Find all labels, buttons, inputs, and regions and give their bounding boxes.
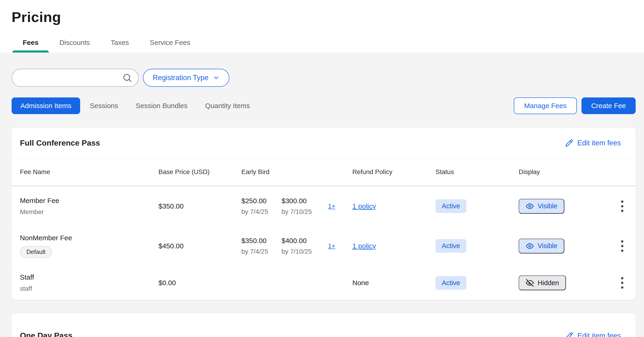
kebab-icon [621, 276, 624, 289]
search-box[interactable] [12, 69, 139, 87]
search-input[interactable] [20, 74, 122, 82]
column-early-bird: Early Bird [242, 168, 352, 176]
kebab-icon [621, 200, 624, 213]
early-bird-price: $400.00 [282, 237, 312, 245]
refund-policy-text: None [352, 279, 369, 287]
early-bird-date: by 7/10/25 [282, 208, 312, 216]
early-bird-date: by 7/10/25 [282, 248, 312, 255]
early-bird-date: by 7/4/25 [242, 248, 268, 255]
pencil-icon [565, 139, 573, 147]
table-row: Member Fee Member $350.00 $250.00 by 7/4… [12, 186, 636, 226]
status-badge: Active [436, 239, 466, 253]
fee-name-cell: Member Fee Member [20, 197, 158, 216]
display-label: Visible [538, 242, 557, 250]
default-badge: Default [20, 246, 52, 258]
early-bird-price: $300.00 [282, 197, 312, 205]
row-actions-menu-button[interactable] [615, 237, 629, 255]
edit-item-fees-label: Edit item fees [577, 332, 621, 337]
display-label: Hidden [538, 279, 559, 287]
edit-item-fees-link[interactable]: Edit item fees [565, 332, 621, 337]
fee-name-cell: Staff staff [20, 273, 158, 292]
display-toggle-hidden[interactable]: Hidden [519, 276, 566, 290]
filter-row: Registration Type [12, 69, 636, 87]
content-area: Registration Type Admission Items Sessio… [0, 52, 644, 337]
refund-policy-link[interactable]: 1 policy [352, 202, 376, 210]
early-bird-more-link[interactable]: 1+ [328, 242, 336, 250]
segment-admission-items[interactable]: Admission Items [12, 97, 80, 114]
status-badge: Active [436, 276, 466, 290]
display-toggle-visible[interactable]: Visible [519, 239, 564, 254]
card-header: One Day Pass Edit item fees [12, 313, 636, 337]
segment-quantity-items[interactable]: Quantity Items [197, 97, 258, 114]
tab-service-fees[interactable]: Service Fees [139, 39, 200, 52]
row-actions-menu-button[interactable] [615, 274, 629, 292]
early-bird-date: by 7/4/25 [242, 208, 268, 216]
tab-fees[interactable]: Fees [12, 39, 49, 52]
status-badge: Active [436, 199, 466, 213]
column-display: Display [519, 168, 615, 176]
early-bird-tier: $300.00 by 7/10/25 [282, 197, 312, 216]
early-bird-tier: $400.00 by 7/10/25 [282, 237, 312, 255]
row-actions-menu-button[interactable] [615, 197, 629, 216]
eye-icon [526, 242, 534, 250]
segment-toolbar: Admission Items Sessions Session Bundles… [12, 97, 636, 114]
tab-discounts[interactable]: Discounts [49, 39, 100, 52]
fee-name: NonMember Fee [20, 234, 158, 242]
fee-item-card-one-day-pass: One Day Pass Edit item fees [12, 313, 636, 337]
display-toggle-visible[interactable]: Visible [519, 199, 564, 214]
page-title: Pricing [12, 9, 632, 25]
chevron-down-icon [213, 74, 220, 81]
page-header: Pricing Fees Discounts Taxes Service Fee… [0, 0, 644, 52]
pencil-icon [565, 332, 573, 337]
kebab-icon [621, 240, 624, 253]
card-title: One Day Pass [20, 331, 72, 337]
early-bird-cell: $350.00 by 7/4/25 $400.00 by 7/10/25 1+ [242, 237, 352, 255]
early-bird-tier: $250.00 by 7/4/25 [242, 197, 268, 216]
manage-fees-button[interactable]: Manage Fees [514, 97, 576, 114]
card-title: Full Conference Pass [20, 138, 100, 147]
item-type-tabs: Admission Items Sessions Session Bundles… [12, 97, 514, 114]
main-tab-bar: Fees Discounts Taxes Service Fees [12, 39, 632, 52]
segment-session-bundles[interactable]: Session Bundles [128, 97, 195, 114]
early-bird-price: $250.00 [242, 197, 268, 205]
early-bird-cell: $250.00 by 7/4/25 $300.00 by 7/10/25 1+ [242, 197, 352, 216]
registration-type-label: Registration Type [153, 74, 208, 82]
column-fee-name: Fee Name [20, 168, 158, 176]
eye-icon [526, 202, 534, 210]
card-header: Full Conference Pass Edit item fees [12, 128, 636, 159]
segment-sessions[interactable]: Sessions [82, 97, 126, 114]
edit-item-fees-label: Edit item fees [577, 139, 621, 147]
base-price: $350.00 [158, 202, 242, 210]
toolbar-actions: Manage Fees Create Fee [514, 97, 636, 114]
column-refund-policy: Refund Policy [352, 168, 436, 176]
base-price: $0.00 [158, 279, 242, 287]
fee-name-cell: NonMember Fee Default [20, 234, 158, 258]
table-row: Staff staff $0.00 None Active Hidden [12, 266, 636, 300]
fee-name: Staff [20, 273, 158, 281]
refund-policy-link[interactable]: 1 policy [352, 242, 376, 250]
early-bird-tier: $350.00 by 7/4/25 [242, 237, 268, 255]
fee-name: Member Fee [20, 197, 158, 205]
create-fee-button[interactable]: Create Fee [582, 97, 636, 114]
tab-taxes[interactable]: Taxes [100, 39, 139, 52]
base-price: $450.00 [158, 242, 242, 250]
search-icon [122, 73, 132, 83]
early-bird-more-link[interactable]: 1+ [328, 203, 336, 210]
table-header-row: Fee Name Base Price (USD) Early Bird Ref… [12, 159, 636, 186]
registration-type-dropdown[interactable]: Registration Type [143, 69, 229, 87]
fee-item-card-full-conference-pass: Full Conference Pass Edit item fees Fee … [12, 128, 636, 300]
table-row: NonMember Fee Default $450.00 $350.00 by… [12, 226, 636, 266]
fee-subtitle: Member [20, 208, 158, 216]
column-status: Status [436, 168, 519, 176]
eye-off-icon [526, 279, 534, 287]
display-label: Visible [538, 202, 557, 210]
edit-item-fees-link[interactable]: Edit item fees [565, 139, 621, 147]
early-bird-price: $350.00 [242, 237, 268, 245]
fee-subtitle: staff [20, 285, 158, 292]
column-base-price: Base Price (USD) [158, 168, 242, 176]
